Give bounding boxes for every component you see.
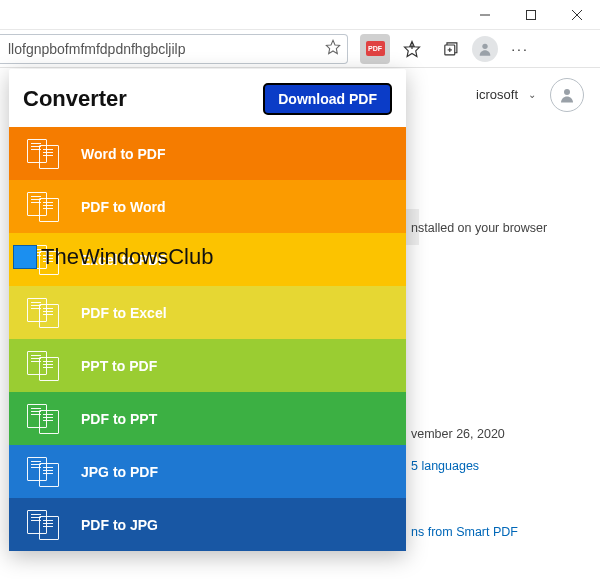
window-maximize-button[interactable] [508, 0, 554, 30]
option-pdf-to-jpg[interactable]: PDF to JPG [9, 498, 406, 551]
option-word-to-pdf[interactable]: Word to PDF [9, 127, 406, 180]
collections-icon[interactable] [434, 33, 466, 65]
doc-swap-icon [27, 510, 61, 540]
doc-swap-icon [27, 457, 61, 487]
svg-point-11 [482, 43, 487, 48]
profile-avatar-large[interactable] [550, 78, 584, 112]
download-pdf-button[interactable]: Download PDF [263, 83, 392, 115]
more-menu-button[interactable]: ··· [504, 33, 536, 65]
doc-swap-icon [27, 298, 61, 328]
popup-header: Converter Download PDF [9, 69, 406, 127]
address-text: llofgnpbofmfmfdpdnfhgbcljilp [8, 41, 325, 57]
smart-pdf-link[interactable]: ns from Smart PDF [411, 525, 518, 539]
doc-swap-icon [27, 351, 61, 381]
installed-text: nstalled on your browser [411, 221, 547, 235]
option-label: Word to PDF [81, 146, 166, 162]
microsoft-dropdown[interactable]: icrosoft ⌄ [476, 87, 536, 102]
profile-avatar-small[interactable] [472, 36, 498, 62]
option-pdf-to-word[interactable]: PDF to Word [9, 180, 406, 233]
browser-toolbar: llofgnpbofmfmfdpdnfhgbcljilp PDF ··· [0, 30, 600, 68]
popup-title: Converter [23, 86, 127, 112]
address-bar[interactable]: llofgnpbofmfmfdpdnfhgbcljilp [0, 34, 348, 64]
window-minimize-button[interactable] [462, 0, 508, 30]
svg-point-12 [564, 89, 570, 95]
microsoft-label: icrosoft [476, 87, 518, 102]
option-ppt-to-pdf[interactable]: PPT to PDF [9, 339, 406, 392]
doc-swap-icon [27, 404, 61, 434]
window-close-button[interactable] [554, 0, 600, 30]
pdf-chip-label: PDF [366, 41, 385, 56]
option-label: PDF to Word [81, 199, 166, 215]
watermark-logo-icon [13, 245, 37, 269]
svg-rect-1 [527, 10, 536, 19]
chevron-down-icon: ⌄ [528, 89, 536, 100]
option-pdf-to-ppt[interactable]: PDF to PPT [9, 392, 406, 445]
doc-swap-icon [27, 192, 61, 222]
favorites-icon[interactable] [396, 33, 428, 65]
extension-pdf-icon[interactable]: PDF [360, 34, 390, 64]
bookmark-star-icon[interactable] [325, 39, 341, 58]
converter-popup: Converter Download PDF Word to PDF PDF t… [9, 69, 406, 551]
option-label: JPG to PDF [81, 464, 158, 480]
date-text: vember 26, 2020 [411, 427, 505, 441]
option-label: PDF to JPG [81, 517, 158, 533]
converter-options-list: Word to PDF PDF to Word Excel to PDF PDF… [9, 127, 406, 551]
option-pdf-to-excel[interactable]: PDF to Excel [9, 286, 406, 339]
option-label: PDF to Excel [81, 305, 167, 321]
watermark: TheWindowsClub [13, 244, 213, 270]
window-titlebar [0, 0, 600, 30]
doc-swap-icon [27, 139, 61, 169]
option-label: PPT to PDF [81, 358, 157, 374]
watermark-text: TheWindowsClub [41, 244, 213, 270]
option-label: PDF to PPT [81, 411, 157, 427]
svg-marker-4 [326, 40, 339, 53]
languages-link[interactable]: 5 languages [411, 459, 479, 473]
option-jpg-to-pdf[interactable]: JPG to PDF [9, 445, 406, 498]
